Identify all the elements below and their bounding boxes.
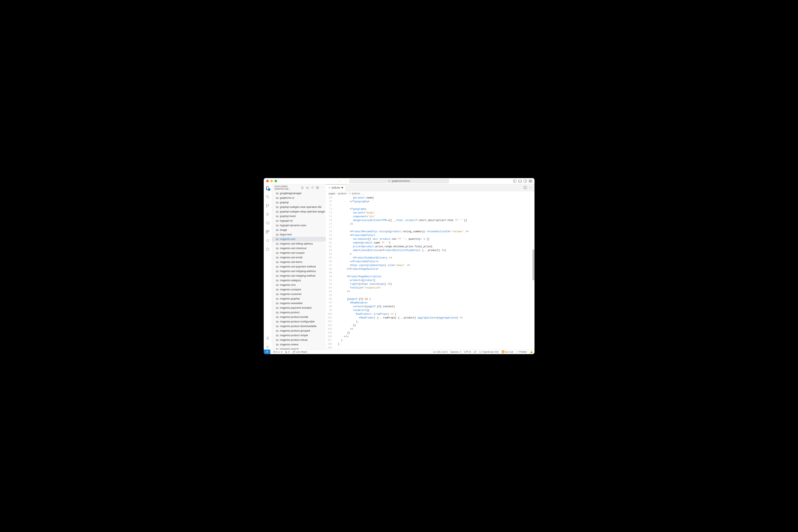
tree-item-graphql-codegen-near-operation-file[interactable]: graphql-codegen-near-operation-file xyxy=(272,205,326,209)
titlebar-right xyxy=(513,179,532,183)
tree-item-label: magento-cart xyxy=(280,238,295,241)
tree-item-magento-review[interactable]: magento-review xyxy=(272,342,326,347)
tree-item-magento-product-virtual[interactable]: magento-product-virtual xyxy=(272,338,326,342)
tree-item-graphql[interactable]: graphql xyxy=(272,200,326,205)
command-center[interactable]: graphcommerce xyxy=(349,179,449,183)
nav-forward-icon[interactable]: → xyxy=(344,179,347,183)
tree-item-graphql-mesh[interactable]: graphql-mesh xyxy=(272,214,326,218)
tree-item-magento-payment-included[interactable]: magento-payment-included xyxy=(272,306,326,310)
file-tree[interactable]: googletagmanagergraphcms-uigraphqlgraphq… xyxy=(272,191,326,349)
target-tab[interactable] xyxy=(265,247,270,252)
explorer-tab[interactable]: 1 xyxy=(265,186,270,191)
search-tab[interactable] xyxy=(265,194,270,200)
tree-item-graphql-codegen-relay-optimizer-plugin[interactable]: graphql-codegen-relay-optimizer-plugin xyxy=(272,209,326,214)
breadcrumb[interactable]: pages › product › ⚛ [url].tsx › … xyxy=(326,191,534,196)
svg-rect-2 xyxy=(513,180,516,182)
folder-icon xyxy=(276,339,279,341)
panel-right-icon[interactable] xyxy=(524,179,527,183)
folder-icon xyxy=(276,206,279,208)
tree-item-magento-cms[interactable]: magento-cms xyxy=(272,283,326,287)
crumb-product[interactable]: product xyxy=(338,192,346,195)
new-file-icon[interactable] xyxy=(301,186,304,189)
folder-icon xyxy=(276,288,279,291)
tree-item-googletagmanager[interactable]: googletagmanager xyxy=(272,191,326,195)
cursor-position[interactable]: Ln 115, Col 3 xyxy=(433,350,447,353)
close-window[interactable] xyxy=(266,180,269,182)
collapse-icon[interactable] xyxy=(316,186,319,189)
folder-icon xyxy=(276,247,279,249)
tree-item-magento-product[interactable]: magento-product xyxy=(272,310,326,315)
encoding-indicator[interactable]: UTF-8 xyxy=(464,350,471,353)
play-icon xyxy=(266,212,270,216)
remote-indicator[interactable] xyxy=(264,349,270,354)
problems-indicator[interactable]: ⓧ 0 ⚠ 0 xyxy=(273,350,282,354)
language-indicator[interactable]: { } TypeScript JSX xyxy=(479,350,499,353)
line-numbers: 6970717273747576777879808182838485868788… xyxy=(326,196,335,349)
tree-item-magento-cart-payment-method[interactable]: magento-cart-payment-method xyxy=(272,264,326,269)
debug-tab[interactable] xyxy=(265,212,270,217)
liveshare-indicator[interactable]: 🔗 Live Share xyxy=(292,350,307,353)
panel-left-icon[interactable] xyxy=(513,179,516,183)
refresh-icon[interactable] xyxy=(311,186,314,189)
code-content[interactable]: {product.name} </Typography> <Typography… xyxy=(335,196,534,349)
golive-indicator[interactable]: 📶 Go Live xyxy=(502,350,513,353)
more-actions-icon[interactable]: ⋯ xyxy=(529,186,532,189)
nav-back-icon[interactable]: ← xyxy=(339,179,342,183)
remote-tab[interactable] xyxy=(265,221,270,226)
settings-tab[interactable] xyxy=(265,344,270,349)
tree-item-magento-product-downloadable[interactable]: magento-product-downloadable xyxy=(272,324,326,328)
svg-line-1 xyxy=(389,182,390,182)
minimap-thumb[interactable] xyxy=(532,249,534,280)
split-editor-icon[interactable] xyxy=(524,186,527,189)
indent-indicator[interactable]: Spaces: 2 xyxy=(451,350,461,353)
tab-url-tsx[interactable]: ⚛ [url].tsx xyxy=(326,184,346,191)
tree-item-magento-cart-items[interactable]: magento-cart-items xyxy=(272,260,326,264)
minimize-window[interactable] xyxy=(270,180,273,182)
tree-item-magento-search[interactable]: magento-search xyxy=(272,347,326,349)
share-tab[interactable] xyxy=(265,238,270,243)
svg-point-16 xyxy=(268,204,269,205)
tree-item-label: lingui-next xyxy=(280,233,292,236)
tree-item-image[interactable]: image xyxy=(272,228,326,232)
tree-item-magento-cart-checkout[interactable]: magento-cart-checkout xyxy=(272,246,326,251)
tree-item-magento-product-grouped[interactable]: magento-product-grouped xyxy=(272,328,326,333)
panel-bottom-icon[interactable] xyxy=(519,179,522,183)
ports-indicator[interactable]: 📡 0 xyxy=(285,350,290,353)
crumb-file[interactable]: [url].tsx xyxy=(352,192,360,195)
tree-item-magento-cart-coupon[interactable]: magento-cart-coupon xyxy=(272,251,326,255)
minimap[interactable] xyxy=(532,196,534,349)
extensions-tab[interactable] xyxy=(265,229,270,234)
account-tab[interactable] xyxy=(265,336,270,341)
sidebar-actions: ⋯ xyxy=(301,186,323,189)
status-bar: ⓧ 0 ⚠ 0 📡 0 🔗 Live Share Ln 115, Col 3 S… xyxy=(264,349,534,354)
tree-item-magento-cart-shipping-method[interactable]: magento-cart-shipping-method xyxy=(272,273,326,278)
tree-item-magento-graphql[interactable]: magento-graphql xyxy=(272,297,326,301)
code-editor[interactable]: 6970717273747576777879808182838485868788… xyxy=(326,196,534,349)
source-control-tab[interactable] xyxy=(265,203,270,208)
folder-icon xyxy=(276,343,279,346)
eol-indicator[interactable]: LF xyxy=(474,350,476,353)
tree-item-magento-cart-shipping-address[interactable]: magento-cart-shipping-address xyxy=(272,269,326,273)
tree-item-magento-cart-email[interactable]: magento-cart-email xyxy=(272,255,326,260)
crumb-pages[interactable]: pages xyxy=(329,192,335,195)
tree-item-magento-product-simple[interactable]: magento-product-simple xyxy=(272,333,326,338)
tree-item-magento-product-configurable[interactable]: magento-product-configurable xyxy=(272,319,326,324)
tree-item-hygraph-cli[interactable]: hygraph-cli xyxy=(272,218,326,223)
tree-item-magento-customer[interactable]: magento-customer xyxy=(272,292,326,297)
layout-icon[interactable] xyxy=(529,179,532,183)
new-folder-icon[interactable] xyxy=(306,186,309,189)
tree-item-hygraph-dynamic-rows[interactable]: hygraph-dynamic-rows xyxy=(272,223,326,228)
folder-icon xyxy=(276,348,279,349)
tree-item-graphcms-ui[interactable]: graphcms-ui xyxy=(272,195,326,200)
tree-item-magento-product-bundle[interactable]: magento-product-bundle xyxy=(272,315,326,319)
tree-item-magento-cart[interactable]: magento-cart xyxy=(272,237,326,242)
notifications-icon[interactable]: 🔔 xyxy=(530,350,533,353)
more-icon[interactable]: ⋯ xyxy=(321,186,323,189)
tree-item-magento-category[interactable]: magento-category xyxy=(272,278,326,283)
tree-item-lingui-next[interactable]: lingui-next xyxy=(272,232,326,237)
maximize-window[interactable] xyxy=(275,180,277,182)
tree-item-magento-cart-billing-address[interactable]: magento-cart-billing-address xyxy=(272,242,326,246)
prettier-indicator[interactable]: ✓ Prettier xyxy=(516,350,527,353)
tree-item-magento-compare[interactable]: magento-compare xyxy=(272,287,326,292)
tree-item-magento-newsletter[interactable]: magento-newsletter xyxy=(272,301,326,306)
